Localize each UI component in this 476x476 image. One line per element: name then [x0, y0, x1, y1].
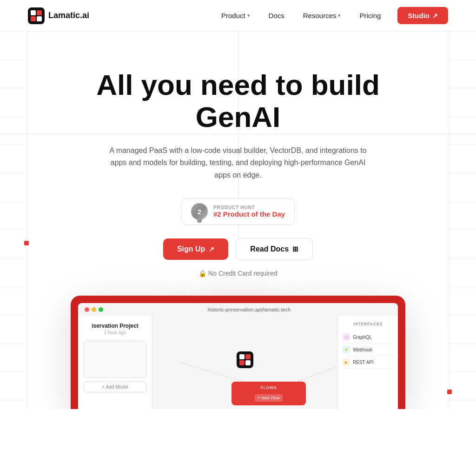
logo-text: Lamatic.ai	[48, 11, 89, 20]
app-mockup: historic-preservation.api/lamatic.tech i…	[71, 296, 405, 409]
svg-rect-0	[28, 7, 45, 24]
flows-panel: FLOWS + New Flow	[231, 382, 306, 405]
mockup-frame: historic-preservation.api/lamatic.tech i…	[71, 296, 405, 409]
api-label: REST API	[353, 360, 374, 365]
logo-icon	[28, 7, 45, 24]
graphql-label: GraphQL	[353, 335, 372, 340]
ph-rank: #2 Product of the Day	[213, 210, 285, 218]
window-dots	[85, 307, 103, 312]
product-hunt-badge[interactable]: 2 PRODUCT HUNT #2 Product of the Day	[181, 198, 295, 225]
interface-item-3: ▶ REST API	[343, 356, 393, 369]
expand-dot	[99, 307, 103, 312]
flows-title: FLOWS	[237, 385, 300, 390]
grid-h-line-right	[234, 134, 476, 134]
chevron-down-icon-2: ▾	[338, 13, 341, 19]
svg-rect-7	[245, 354, 251, 359]
app-right-panel: INTERFACES ⬡ GraphQL ⚡ Webhook ▶ REST AP…	[337, 316, 398, 409]
ph-eyebrow: PRODUCT HUNT	[213, 205, 255, 210]
red-dot-right	[447, 390, 452, 394]
canvas-logo-icon	[237, 351, 253, 368]
app-breadcrumb: historic-preservation.api/lamatic.tech	[107, 307, 391, 312]
project-time: 1 hour ago	[84, 330, 146, 335]
red-dot-left	[24, 241, 29, 245]
minimize-dot	[92, 307, 96, 312]
signup-button[interactable]: Sign Up ↗	[163, 238, 228, 260]
studio-button[interactable]: Studio ↗	[397, 7, 448, 24]
grid-lines-left	[0, 32, 27, 409]
no-credit-card-text: 🔒 No Credit Card required	[198, 270, 278, 277]
nav-links: Product ▾ Docs Resources ▾ Pricing Studi…	[214, 7, 448, 24]
svg-rect-3	[31, 16, 36, 21]
hero-subtitle: A managed PaaS with a low-code visual bu…	[103, 145, 373, 181]
svg-rect-8	[239, 360, 245, 365]
close-dot	[85, 307, 89, 312]
svg-rect-1	[31, 10, 36, 15]
read-docs-button[interactable]: Read Docs ⊞	[236, 238, 313, 260]
ph-text: PRODUCT HUNT #2 Product of the Day	[213, 205, 285, 218]
svg-rect-6	[239, 354, 245, 359]
add-model-button[interactable]: + Add Model	[84, 382, 146, 392]
app-sidebar: iservation Project 1 hour ago + Add Mode…	[78, 316, 152, 409]
svg-rect-4	[37, 16, 42, 21]
svg-rect-9	[245, 360, 251, 365]
graphql-icon: ⬡	[343, 333, 350, 341]
interface-graphql: ⬡ GraphQL	[343, 331, 393, 344]
nav-product[interactable]: Product ▾	[214, 8, 258, 23]
arrow-icon: ↗	[432, 12, 438, 20]
interfaces-title: INTERFACES	[343, 322, 393, 326]
new-flow-button[interactable]: + New Flow	[255, 394, 282, 402]
webhook-label: Webhook	[353, 347, 372, 352]
grid-lines-right	[449, 32, 476, 409]
hero-title: All you need to build GenAI	[75, 69, 401, 133]
cta-row: Sign Up ↗ Read Docs ⊞	[163, 238, 313, 260]
logo[interactable]: Lamatic.ai	[28, 7, 89, 24]
svg-rect-5	[237, 351, 253, 368]
svg-rect-2	[37, 10, 42, 15]
grid-h-line-left	[0, 134, 242, 134]
nav-pricing[interactable]: Pricing	[352, 8, 388, 23]
app-canvas: FLOWS + New Flow	[152, 316, 337, 409]
navbar: Lamatic.ai Product ▾ Docs Resources ▾ Pr…	[0, 0, 476, 32]
signup-arrow-icon: ↗	[209, 245, 214, 253]
project-name: iservation Project	[84, 323, 146, 329]
webhook-icon: ⚡	[343, 346, 350, 353]
book-icon: ⊞	[292, 245, 298, 253]
hero-section: All you need to build GenAI A managed Pa…	[0, 32, 476, 409]
nav-docs[interactable]: Docs	[261, 8, 292, 23]
chevron-down-icon: ▾	[247, 13, 250, 19]
ph-medal-icon: 2	[191, 203, 208, 220]
api-icon: ▶	[343, 358, 350, 366]
nav-resources[interactable]: Resources ▾	[296, 8, 349, 23]
app-body: iservation Project 1 hour ago + Add Mode…	[78, 316, 398, 409]
app-topbar: historic-preservation.api/lamatic.tech	[78, 303, 398, 316]
interface-webhook: ⚡ Webhook	[343, 344, 393, 356]
